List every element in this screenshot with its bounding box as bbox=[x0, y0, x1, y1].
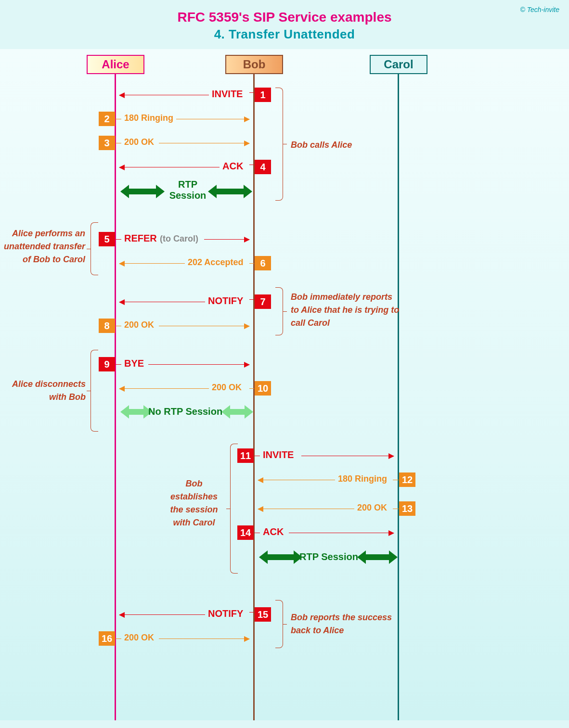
note-bob-establishes: Bob establishes the session with Carol bbox=[164, 477, 224, 529]
step-9-label: BYE bbox=[124, 358, 144, 369]
brace-note-6-tick bbox=[283, 624, 287, 625]
step-6-arrow bbox=[119, 263, 185, 264]
step-16-label: 200 OK bbox=[124, 633, 154, 643]
step-6-tick bbox=[249, 263, 254, 264]
note-bob-calls-alice: Bob calls Alice bbox=[291, 139, 352, 152]
step-14-label: ACK bbox=[263, 526, 284, 537]
no-rtp-arrow-left bbox=[129, 409, 143, 415]
step-8-arrow bbox=[159, 326, 249, 326]
step-4-arrow bbox=[119, 167, 220, 167]
step-4-label: ACK bbox=[222, 161, 243, 172]
step-9-arrow bbox=[148, 364, 249, 365]
note-alice-transfer: Alice performs an unattended transfer of… bbox=[0, 227, 85, 266]
brace-note-5-tick bbox=[226, 509, 230, 509]
brace-note-2-tick bbox=[87, 249, 91, 249]
step-1-label: INVITE bbox=[212, 89, 243, 100]
actor-bob: Bob bbox=[225, 55, 283, 74]
step-11-num: 11 bbox=[237, 448, 254, 463]
actor-alice: Alice bbox=[87, 55, 144, 74]
diagram-stage: Alice Bob Carol 1 INVITE 2 180 Ringing 3… bbox=[0, 49, 569, 720]
step-11-label: INVITE bbox=[263, 449, 294, 460]
step-14-tick bbox=[254, 533, 260, 533]
step-12-label: 180 Ringing bbox=[338, 474, 387, 484]
step-15-tick bbox=[249, 612, 254, 613]
step-6-num: 6 bbox=[255, 256, 271, 270]
step-16-num: 16 bbox=[99, 631, 115, 646]
step-4-num: 4 bbox=[255, 160, 271, 174]
step-8-num: 8 bbox=[99, 319, 115, 333]
step-13-tick bbox=[393, 509, 399, 509]
step-5-num: 5 bbox=[99, 232, 115, 246]
step-10-tick bbox=[249, 388, 254, 389]
step-2-arrow bbox=[176, 119, 249, 119]
step-4-tick bbox=[249, 165, 254, 165]
lifeline-alice bbox=[115, 74, 116, 720]
step-7-label: NOTIFY bbox=[208, 295, 243, 307]
step-10-arrow bbox=[119, 388, 209, 389]
step-14-num: 14 bbox=[237, 525, 254, 540]
step-5-label: REFER bbox=[124, 233, 157, 244]
step-7-num: 7 bbox=[255, 294, 271, 309]
step-14-arrow bbox=[289, 533, 394, 533]
step-8-tick bbox=[116, 326, 121, 326]
step-13-arrow bbox=[258, 509, 354, 509]
rtp-session-2-label: RTP Session bbox=[299, 551, 358, 562]
brace-note-6 bbox=[275, 600, 283, 648]
step-15-arrow bbox=[119, 614, 205, 615]
no-rtp-label: No RTP Session bbox=[148, 406, 222, 417]
step-9-tick bbox=[116, 364, 121, 365]
step-3-label: 200 OK bbox=[124, 137, 154, 147]
step-16-arrow bbox=[159, 639, 249, 639]
step-10-label: 200 OK bbox=[212, 383, 242, 393]
brace-note-5 bbox=[230, 444, 238, 574]
actor-carol: Carol bbox=[370, 55, 427, 74]
note-alice-disconnects: Alice disconnects with Bob bbox=[0, 378, 86, 404]
brace-note-1 bbox=[275, 88, 283, 201]
brace-note-2 bbox=[91, 222, 98, 275]
step-5-suffix: (to Carol) bbox=[160, 234, 198, 244]
step-2-tick bbox=[116, 119, 121, 119]
step-1-arrow bbox=[119, 95, 209, 95]
step-12-arrow bbox=[258, 480, 335, 480]
step-15-num: 15 bbox=[255, 607, 271, 622]
step-12-tick bbox=[393, 480, 399, 480]
no-rtp-arrow-right bbox=[230, 409, 245, 415]
step-3-arrow bbox=[159, 143, 249, 143]
step-15-label: NOTIFY bbox=[208, 608, 243, 619]
title-line-2: 4. Transfer Unattended bbox=[0, 27, 569, 42]
step-10-num: 10 bbox=[255, 381, 271, 396]
copyright: © Tech-invite bbox=[520, 6, 559, 13]
brace-note-4-tick bbox=[87, 391, 91, 391]
step-2-num: 2 bbox=[99, 112, 115, 126]
brace-note-3-tick bbox=[283, 311, 287, 312]
step-8-label: 200 OK bbox=[124, 320, 154, 330]
rtp-session-1-label: RTP Session bbox=[164, 179, 212, 201]
brace-note-3 bbox=[275, 287, 283, 335]
header: RFC 5359's SIP Service examples 4. Trans… bbox=[0, 0, 569, 49]
brace-note-4 bbox=[91, 350, 98, 432]
step-13-label: 200 OK bbox=[357, 503, 387, 513]
title-line-1: RFC 5359's SIP Service examples bbox=[0, 10, 569, 25]
step-13-num: 13 bbox=[399, 501, 415, 516]
note-bob-reports-success: Bob reports the success back to Alice bbox=[291, 611, 392, 637]
rtp-session-2-arrow-left bbox=[268, 554, 294, 560]
rtp-session-1-arrow-left bbox=[129, 189, 156, 194]
step-2-label: 180 Ringing bbox=[124, 113, 173, 123]
step-1-num: 1 bbox=[255, 88, 271, 102]
step-5-tick bbox=[116, 239, 121, 240]
step-7-tick bbox=[249, 299, 254, 300]
lifeline-carol bbox=[398, 74, 399, 720]
step-6-label: 202 Accepted bbox=[188, 257, 243, 268]
brace-note-1-tick bbox=[283, 144, 287, 144]
step-5-arrow bbox=[204, 239, 249, 240]
rtp-session-1-arrow-right bbox=[217, 189, 244, 194]
step-7-arrow bbox=[119, 302, 205, 302]
step-3-num: 3 bbox=[99, 136, 115, 150]
rtp-session-2-arrow-right bbox=[366, 554, 389, 560]
step-1-tick bbox=[249, 92, 254, 93]
step-16-tick bbox=[116, 639, 121, 639]
step-3-tick bbox=[116, 143, 121, 143]
step-11-tick bbox=[254, 456, 260, 456]
step-12-num: 12 bbox=[399, 473, 415, 487]
note-bob-reports-trying: Bob immediately reports to Alice that he… bbox=[291, 291, 399, 330]
